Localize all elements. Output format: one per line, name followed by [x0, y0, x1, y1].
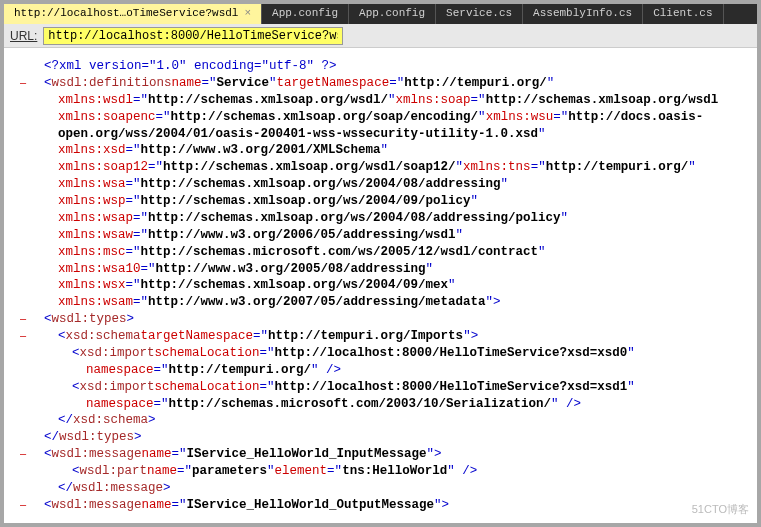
collapse-icon[interactable]: – [16, 328, 30, 345]
xml-declaration: <?xml version="1.0" encoding="utf-8" ?> [44, 58, 337, 75]
tab-service-cs[interactable]: Service.cs [436, 4, 523, 24]
collapse-icon[interactable]: – [16, 75, 30, 92]
tab-bar: http://localhost…oTimeService?wsdl× App.… [4, 4, 757, 24]
tab-appconfig-1[interactable]: App.config [262, 4, 349, 24]
tab-wsdl[interactable]: http://localhost…oTimeService?wsdl× [4, 4, 262, 24]
collapse-icon[interactable]: – [16, 311, 30, 328]
watermark: 51CTO博客 [692, 502, 749, 517]
url-input[interactable] [43, 27, 343, 45]
url-label: URL: [10, 29, 37, 43]
tab-assemblyinfo-cs[interactable]: AssemblyInfo.cs [523, 4, 643, 24]
tab-client-cs[interactable]: Client.cs [643, 4, 723, 24]
url-bar: URL: [4, 24, 757, 48]
tab-appconfig-2[interactable]: App.config [349, 4, 436, 24]
xml-viewer: <?xml version="1.0" encoding="utf-8" ?> … [4, 48, 757, 518]
collapse-icon[interactable]: – [16, 446, 30, 463]
close-icon[interactable]: × [244, 7, 251, 19]
collapse-icon[interactable]: – [16, 497, 30, 514]
